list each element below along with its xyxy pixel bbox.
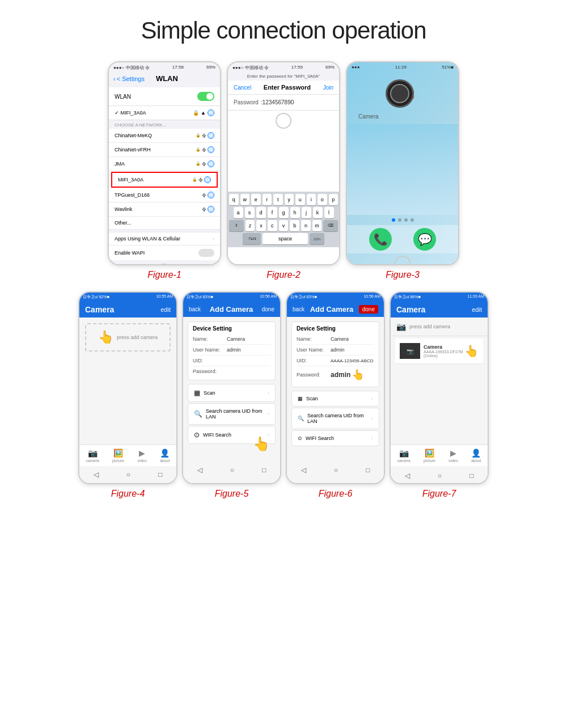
key-t[interactable]: t xyxy=(273,194,283,205)
key-b[interactable]: b xyxy=(290,220,299,231)
key-m[interactable]: m xyxy=(312,220,322,231)
key-shift[interactable]: ⇧ xyxy=(229,220,244,231)
fig1-info-3[interactable]: ⓘ xyxy=(208,160,214,167)
fig6-wifi-search-btn[interactable]: ⊙ WIFI Search › xyxy=(291,430,379,446)
key-backspace[interactable]: ⌫ xyxy=(323,220,338,231)
fig1-other-networks[interactable]: Other... xyxy=(109,217,220,230)
fig4-back-btn[interactable]: ◁ xyxy=(94,471,99,479)
fig6-back-btn[interactable]: back xyxy=(293,306,304,312)
key-k[interactable]: k xyxy=(313,207,323,218)
fig1-home-button[interactable] xyxy=(156,264,172,265)
key-y[interactable]: y xyxy=(285,194,294,205)
key-o[interactable]: o xyxy=(318,194,327,205)
fig1-info-4[interactable]: ⓘ xyxy=(204,176,211,183)
fig5-search-uid-btn[interactable]: 🔍 Search camera UID from LAN › xyxy=(188,403,276,425)
fig4-nav-about[interactable]: 👤 about xyxy=(160,448,170,463)
fig1-info-icon[interactable]: ⓘ xyxy=(208,109,214,116)
key-l[interactable]: l xyxy=(324,207,334,218)
fig2-home-button[interactable] xyxy=(276,113,291,129)
fig5-field-uid[interactable]: UID: xyxy=(193,355,270,366)
key-space[interactable]: space xyxy=(263,233,308,244)
fig1-info-5[interactable]: ⓘ xyxy=(208,192,214,198)
fig1-network-list: ChinaNet-MeKQ 🔒 令 ⓘ ChinaNet-vFRH 🔒 令 ⓘ xyxy=(109,129,220,230)
fig6-search-uid-btn[interactable]: 🔍 Search camera UID from LAN › xyxy=(291,408,379,429)
fig5-back-btn[interactable]: back xyxy=(189,306,201,312)
fig1-network-wavlink[interactable]: Wavlink 令 ⓘ xyxy=(109,202,220,217)
fig6-home-sys[interactable]: ○ xyxy=(334,466,338,474)
key-d[interactable]: d xyxy=(256,207,266,218)
fig4-add-camera-btn[interactable]: 👆 press add camera xyxy=(85,323,171,352)
key-join[interactable]: Join xyxy=(310,233,324,244)
fig1-network-chinanet-mekq[interactable]: ChinaNet-MeKQ 🔒 令 ⓘ xyxy=(109,129,220,143)
fig4-edit-btn[interactable]: edit xyxy=(160,306,171,313)
fig2-cancel-btn[interactable]: Cancel xyxy=(234,84,251,91)
key-v[interactable]: v xyxy=(279,220,289,231)
fig4-nav-picture[interactable]: 🖼️ picture xyxy=(112,448,124,463)
fig1-network-mifi[interactable]: MIFI_3A0A 🔒 令 ⓘ xyxy=(111,172,218,188)
fig7-nav-about[interactable]: 👤 about xyxy=(471,448,481,463)
fig2-join-btn[interactable]: Join xyxy=(323,84,333,91)
key-c[interactable]: c xyxy=(268,220,277,231)
fig7-recent-sys[interactable]: □ xyxy=(469,472,473,480)
fig7-home-sys[interactable]: ○ xyxy=(438,472,442,480)
key-j[interactable]: j xyxy=(302,207,311,218)
key-w[interactable]: w xyxy=(240,194,250,205)
fig6-scan-btn[interactable]: ▦ Scan › xyxy=(291,391,379,407)
fig3-home-button[interactable] xyxy=(395,256,411,265)
key-s[interactable]: s xyxy=(245,207,255,218)
fig6-done-btn[interactable]: done xyxy=(359,305,378,314)
fig7-nav-video[interactable]: ▶ video xyxy=(448,448,458,463)
fig4-recent-btn[interactable]: □ xyxy=(158,471,162,479)
fig7-camera-device-row[interactable]: 📷 Camera AAAA-199333-DF27M (Online) 👆 xyxy=(395,338,483,364)
key-a[interactable]: a xyxy=(234,207,243,218)
fig1-network-chinanet-vfrh[interactable]: ChinaNet-vFRH 🔒 令 ⓘ xyxy=(109,143,220,157)
fig5-home-sys-btn[interactable]: ○ xyxy=(230,466,234,474)
fig5-scan-btn[interactable]: ▦ Scan › xyxy=(188,384,276,402)
fig6-scan-icon: ▦ xyxy=(298,396,303,401)
fig1-network-tpguest[interactable]: TPGuest_D166 令 ⓘ xyxy=(109,188,220,202)
fig4-home-btn[interactable]: ○ xyxy=(126,471,130,479)
key-h[interactable]: h xyxy=(290,207,300,218)
fig5-done-btn[interactable]: done xyxy=(262,306,274,312)
fig7-nav-picture[interactable]: 🖼️ picture xyxy=(424,448,435,463)
fig1-apps-cellular[interactable]: Apps Using WLAN & Cellular › xyxy=(109,232,220,245)
fig7-edit-btn[interactable]: edit xyxy=(472,306,482,313)
key-p[interactable]: p xyxy=(329,194,338,205)
key-z[interactable]: z xyxy=(246,220,255,231)
fig7-add-camera-row[interactable]: 📷 press add camera xyxy=(391,318,488,336)
fig1-wapi-toggle[interactable] xyxy=(198,249,214,257)
fig6-header: back Add Camera done xyxy=(287,302,384,317)
fig2-enter-password-title: Enter Password xyxy=(264,84,311,91)
fig4-nav-camera[interactable]: 📷 camera xyxy=(86,448,99,463)
fig1-wlan-toggle[interactable] xyxy=(197,92,214,101)
key-g[interactable]: g xyxy=(279,207,289,218)
key-n[interactable]: n xyxy=(301,220,311,231)
fig7-back-sys[interactable]: ◁ xyxy=(405,472,410,480)
fig1-info-2[interactable]: ⓘ xyxy=(208,146,214,153)
fig7-screen: 百争卫ul 86%■ 11:03 AM Camera edit 📷 press … xyxy=(391,293,488,483)
fig3-phone-icon[interactable]: 📞 xyxy=(369,228,392,251)
fig6-recent-sys[interactable]: □ xyxy=(366,466,370,474)
fig1-back-btn[interactable]: ‹ < Settings xyxy=(113,75,145,82)
key-f[interactable]: f xyxy=(268,207,277,218)
fig5-recent-sys-btn[interactable]: □ xyxy=(262,466,266,474)
key-u[interactable]: u xyxy=(295,194,305,205)
fig5-back-sys-btn[interactable]: ◁ xyxy=(197,466,202,474)
key-i[interactable]: i xyxy=(307,194,316,205)
key-x[interactable]: x xyxy=(256,220,266,231)
fig6-search-uid-label: Search camera UID from LAN xyxy=(307,413,371,424)
key-numeric[interactable]: .?123 xyxy=(243,233,261,244)
fig4-nav-video[interactable]: ▶ video xyxy=(137,448,147,463)
fig1-info-1[interactable]: ⓘ xyxy=(208,132,214,139)
fig3-status-bar: ●●● 11:29 51%■ xyxy=(347,62,458,72)
fig3-messages-icon[interactable]: 💬 xyxy=(413,228,436,251)
fig7-nav-camera[interactable]: 📷 camera xyxy=(397,448,411,463)
fig1-info-6[interactable]: ⓘ xyxy=(208,206,214,213)
fig6-back-sys[interactable]: ◁ xyxy=(301,466,306,474)
fig2-battery: 69% xyxy=(325,65,335,71)
fig1-network-jma[interactable]: JMA 🔒 令 ⓘ xyxy=(109,157,220,171)
fig5-field-password[interactable]: Password: xyxy=(193,366,270,376)
key-q[interactable]: q xyxy=(229,194,239,205)
key-r[interactable]: r xyxy=(263,194,272,205)
key-e[interactable]: e xyxy=(251,194,261,205)
